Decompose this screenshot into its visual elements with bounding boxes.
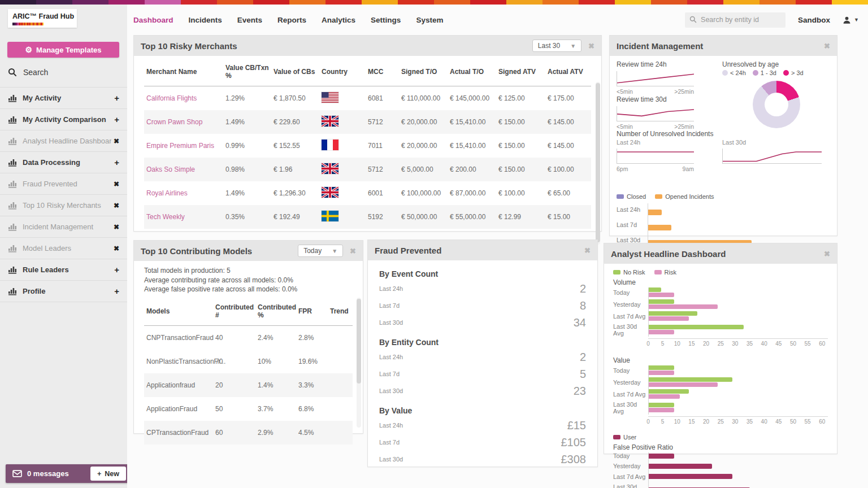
remove-icon[interactable]: ✖ [114, 245, 119, 252]
bar-category-label: Today [613, 452, 648, 459]
tab-events[interactable]: Events [237, 16, 262, 24]
table-row: CPTransactionFraud602.9%4.5% [144, 421, 353, 445]
remove-icon[interactable]: ✖ [114, 202, 119, 209]
sidebar-item-profile[interactable]: Profile+ [0, 280, 127, 302]
messages-bar[interactable]: 0 messages + New [6, 464, 129, 483]
period-select[interactable]: Last 30 ▼ [532, 40, 581, 52]
close-icon[interactable]: ✖ [350, 247, 356, 255]
remove-icon[interactable]: ✖ [114, 181, 119, 188]
manage-templates-label: Manage Templates [36, 46, 101, 54]
legend-label: < 24h [730, 69, 746, 76]
stat-value: £105 [561, 436, 587, 449]
remove-icon[interactable]: ✖ [114, 224, 119, 230]
cell-fpr: 2.8% [296, 325, 328, 350]
cell-actual_to: € 55,000.00 [448, 205, 496, 229]
close-icon[interactable]: ✖ [584, 246, 591, 255]
tab-reports[interactable]: Reports [277, 16, 306, 24]
envelope-icon [12, 470, 22, 477]
cell-signed_to: € 20,000.00 [399, 134, 448, 158]
chart-title: Review time 24h [617, 60, 694, 68]
bar-risk-last-30d-avg [648, 408, 674, 412]
bar-category-label: Last 30d Avg [613, 401, 648, 415]
main-content: DashboardIncidentsEventsReportsAnalytics… [127, 5, 868, 488]
entity-search-input[interactable] [685, 12, 785, 28]
add-icon[interactable]: + [114, 115, 119, 124]
cell-actual_to: € 15,410.00 [448, 134, 496, 158]
false-positive-ratio-bar-chart: TodayYesterdayLast 7d AvgLast 30d Avg051… [613, 452, 828, 488]
user-menu[interactable]: ▼ [843, 16, 859, 24]
stat-value: 5 [580, 368, 586, 381]
axis-tick: 35 [747, 419, 753, 425]
merchant-link[interactable]: Tech Weekly [146, 213, 185, 221]
bar-no-risk-last-7d-avg [648, 389, 689, 394]
close-icon[interactable]: ✖ [824, 250, 830, 258]
section-heading-by-value: By Value [379, 406, 586, 415]
period-select[interactable]: Today ▼ [298, 245, 343, 257]
bar-user-yesterday [648, 464, 712, 469]
scrollbar-thumb[interactable] [357, 299, 361, 384]
legend-item-3d: > 3d [783, 69, 804, 76]
merchant-link[interactable]: Oaks So Simple [146, 165, 195, 173]
sidebar-item-my-activity[interactable]: My Activity+ [0, 87, 127, 108]
add-icon[interactable]: + [114, 94, 119, 102]
sidebar-item-my-activity-comparison[interactable]: My Activity Comparison+ [0, 108, 127, 130]
add-icon[interactable]: + [114, 158, 119, 167]
bar-group-yesterday: Yesterday [613, 377, 828, 387]
add-icon[interactable]: + [114, 265, 119, 274]
merchant-link[interactable]: Empire Premium Paris [146, 142, 214, 150]
close-icon[interactable]: ✖ [588, 42, 594, 50]
cell-cb_txn: 0.35% [223, 205, 271, 229]
flag-icon-se [322, 211, 338, 221]
merchant-link[interactable]: California Flights [146, 94, 197, 102]
stat-value: 8 [580, 299, 586, 312]
tab-incidents[interactable]: Incidents [189, 16, 222, 24]
cell-fpr: 4.5% [296, 421, 328, 445]
add-icon[interactable]: + [114, 287, 119, 295]
sidebar-item-top-10-risky-merchants[interactable]: Top 10 Risky Merchants✖ [0, 194, 127, 216]
stat-row: Last 24h£15 [379, 417, 586, 434]
tab-analytics[interactable]: Analytics [322, 16, 355, 24]
manage-templates-button[interactable]: ⚙ Manage Templates [7, 42, 119, 58]
close-icon[interactable]: ✖ [824, 42, 830, 50]
merchant-link[interactable]: Royal Airlines [146, 189, 188, 197]
sidebar-item-label: Data Processing [23, 158, 112, 167]
legend-item-opened-incidents: Opened Incidents [655, 193, 714, 200]
axis-baseline [648, 287, 649, 337]
cell-contributed: 50 [213, 397, 255, 421]
axis-tick: 20 [703, 341, 709, 347]
bar-set [648, 219, 830, 231]
tab-system[interactable]: System [416, 16, 443, 24]
sidebar-item-data-processing[interactable]: Data Processing+ [0, 151, 127, 173]
tab-settings[interactable]: Settings [371, 16, 401, 24]
stat-row: Last 7d8 [379, 297, 586, 314]
merchant-link[interactable]: Crown Pawn Shop [146, 118, 202, 126]
sidebar-item-incident-management[interactable]: Incident Management✖ [0, 216, 127, 237]
sidebar-item-fraud-prevented[interactable]: Fraud Prevented✖ [0, 173, 127, 194]
bar-no-risk-last-30d-avg [648, 403, 674, 407]
axis-tick: 40 [761, 341, 767, 347]
chart-subtitle: Last 24h [617, 139, 694, 146]
axis-max-label: >25min [674, 88, 694, 95]
sidebar-item-rule-leaders[interactable]: Rule Leaders+ [0, 259, 127, 280]
cell-mcc: 7011 [366, 134, 399, 158]
cell-signed_atv: € 150.00 [496, 158, 545, 181]
review-time-24h-sparkline [617, 71, 694, 86]
new-message-button[interactable]: + New [90, 467, 126, 481]
legend-label: User [623, 434, 636, 441]
tab-dashboard[interactable]: Dashboard [133, 16, 173, 24]
sidebar-item-model-leaders[interactable]: Model Leaders✖ [0, 237, 127, 259]
remove-icon[interactable]: ✖ [114, 138, 119, 145]
panel-title: Incident Management [617, 41, 703, 51]
fpr-chart-title: False Positive Ratio [613, 443, 828, 451]
legend-item-24h: < 24h [722, 69, 746, 76]
scrollbar-thumb[interactable] [596, 83, 600, 242]
unresolved-by-age-donut [753, 81, 800, 128]
sidebar-item-analyst-headline-dashboard[interactable]: Analyst Headline Dashboard✖ [0, 130, 127, 151]
cell-cb_txn: 0.98% [223, 158, 271, 181]
cell-cb_txn: 1.49% [223, 110, 271, 134]
sidebar-search[interactable]: Search [8, 66, 48, 79]
stat-row: Last 30d23 [379, 382, 586, 399]
cell-name: Crown Pawn Shop [144, 110, 223, 134]
bar-no-risk-last-7d-avg [648, 311, 697, 316]
cell-actual_atv: € 145.00 [545, 110, 591, 134]
